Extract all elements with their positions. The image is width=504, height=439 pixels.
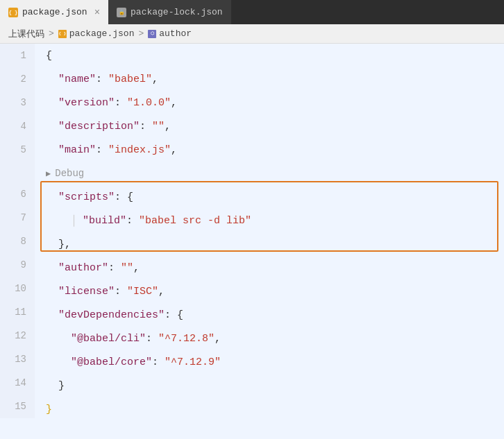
tab-label-package-lock-json: package-lock.json bbox=[131, 7, 223, 17]
code-line-5: "main" : "index.js" , bbox=[35, 138, 504, 162]
line8-close: }, bbox=[58, 239, 71, 250]
line6-key: "scripts" bbox=[58, 191, 115, 203]
line10-colon: : bbox=[115, 286, 127, 298]
line5-key: "main" bbox=[58, 144, 96, 156]
json-file-icon: { } bbox=[8, 8, 18, 17]
line3-colon: : bbox=[115, 97, 127, 109]
code-line-6: "scripts" : { bbox=[35, 185, 504, 209]
line-numbers: 1 2 3 4 5 6 7 8 9 10 11 12 13 14 15 bbox=[0, 44, 35, 418]
debug-label: Debug bbox=[55, 168, 84, 179]
line7-indent bbox=[46, 215, 71, 227]
code-line-8: }, bbox=[35, 232, 504, 256]
line4-comma: , bbox=[165, 121, 171, 132]
line10-key: "license" bbox=[58, 286, 115, 298]
line2-comma: , bbox=[152, 74, 158, 85]
code-line-11: "devDependencies" : { bbox=[35, 303, 504, 327]
code-line-9: "author" : "" , bbox=[35, 256, 504, 279]
line5-val: "index.js" bbox=[108, 144, 171, 156]
code-line-14: } bbox=[35, 374, 504, 397]
line10-val: "ISC" bbox=[127, 286, 158, 298]
line7-val: "babel src -d lib" bbox=[139, 215, 251, 227]
code-line-15: } bbox=[35, 397, 504, 421]
line7-key: "build" bbox=[83, 215, 126, 227]
line-numbers-gutter: 1 2 3 4 5 6 7 8 9 10 11 12 13 14 15 bbox=[0, 44, 35, 439]
line5-colon: : bbox=[96, 144, 108, 156]
line4-key: "description" bbox=[58, 121, 140, 132]
tab-close-button[interactable]: × bbox=[94, 7, 100, 18]
code-line-13: "@babel/core" : "^7.12.9" bbox=[35, 350, 504, 374]
line-num-8: 8 bbox=[0, 230, 35, 253]
line8-indent bbox=[46, 239, 58, 250]
tab-package-lock-json[interactable]: 🔒 package-lock.json bbox=[108, 0, 231, 24]
code-line-7: │ "build" : "babel src -d lib" bbox=[35, 209, 504, 232]
line12-key: "@babel/cli" bbox=[71, 333, 146, 345]
breadcrumb-symbol: ⬡ author bbox=[148, 28, 192, 39]
line7-colon: : bbox=[126, 215, 139, 227]
line5-comma: , bbox=[171, 144, 177, 156]
breadcrumb-sep-2: > bbox=[138, 28, 144, 39]
code-line-1: { bbox=[35, 44, 504, 67]
line9-comma: , bbox=[133, 262, 140, 274]
line15-close: } bbox=[46, 404, 52, 415]
line2-indent bbox=[46, 74, 58, 85]
line-num-debug bbox=[0, 162, 35, 182]
code-line-4: "description" : "" , bbox=[35, 114, 504, 138]
line3-key: "version" bbox=[58, 97, 115, 109]
line12-colon: : bbox=[146, 333, 158, 345]
line6-colon: : { bbox=[115, 191, 133, 203]
line1-content: { bbox=[46, 50, 52, 62]
line2-colon: : bbox=[96, 74, 108, 85]
code-line-12: "@babel/cli" : "^7.12.8" , bbox=[35, 327, 504, 350]
line12-val: "^7.12.8" bbox=[158, 333, 215, 345]
line13-key: "@babel/core" bbox=[71, 356, 152, 368]
line-num-11: 11 bbox=[0, 300, 35, 324]
line-num-3: 3 bbox=[0, 91, 35, 114]
line4-colon: : bbox=[140, 121, 152, 132]
line-num-1: 1 bbox=[0, 44, 35, 67]
line9-val: "" bbox=[121, 262, 133, 274]
line5-indent bbox=[46, 144, 58, 156]
breadcrumb-json-icon: { } bbox=[58, 30, 67, 38]
code-line-2: "name" : "babel" , bbox=[35, 67, 504, 91]
line14-indent bbox=[46, 380, 58, 392]
line13-indent bbox=[46, 356, 71, 368]
code-content[interactable]: { "name" : "babel" , "version" : "1.0.0"… bbox=[35, 44, 504, 439]
line2-key: "name" bbox=[58, 74, 96, 85]
breadcrumb: 上课代码 > { } package.json > ⬡ author bbox=[0, 24, 504, 44]
line6-indent bbox=[46, 191, 58, 203]
lock-file-icon: 🔒 bbox=[117, 8, 126, 17]
line13-val: "^7.12.9" bbox=[165, 356, 221, 368]
breadcrumb-root-label: 上课代码 bbox=[8, 28, 44, 40]
breadcrumb-root: 上课代码 bbox=[8, 28, 44, 40]
tab-package-json[interactable]: { } package.json × bbox=[0, 0, 108, 24]
code-line-10: "license" : "ISC" , bbox=[35, 279, 504, 303]
code-line-3: "version" : "1.0.0" , bbox=[35, 91, 504, 114]
line12-indent bbox=[46, 333, 71, 345]
line11-colon: : { bbox=[165, 309, 183, 321]
line-num-10: 10 bbox=[0, 277, 35, 300]
debug-line: ▶ Debug bbox=[35, 162, 504, 185]
debug-triangle-icon: ▶ bbox=[46, 169, 51, 179]
line11-indent bbox=[46, 309, 58, 321]
line10-comma: , bbox=[158, 286, 165, 298]
breadcrumb-sep-1: > bbox=[49, 28, 54, 39]
line-num-7: 7 bbox=[0, 206, 35, 230]
breadcrumb-symbol-label: author bbox=[159, 28, 192, 39]
breadcrumb-file: { } package.json bbox=[58, 28, 135, 39]
line-num-4: 4 bbox=[0, 114, 35, 138]
line3-val: "1.0.0" bbox=[127, 97, 171, 109]
line7-pipe: │ bbox=[71, 215, 77, 227]
line14-close: } bbox=[58, 380, 65, 392]
line3-comma: , bbox=[171, 97, 177, 109]
editor-container: { } package.json × 🔒 package-lock.json 上… bbox=[0, 0, 504, 439]
line-num-2: 2 bbox=[0, 67, 35, 91]
line4-val: "" bbox=[152, 121, 165, 132]
line2-val: "babel" bbox=[108, 74, 152, 85]
line13-colon: : bbox=[152, 356, 165, 368]
breadcrumb-file-label: package.json bbox=[69, 28, 135, 39]
line-num-13: 13 bbox=[0, 347, 35, 371]
breadcrumb-symbol-icon: ⬡ bbox=[148, 30, 156, 38]
line-num-12: 12 bbox=[0, 324, 35, 347]
line4-indent bbox=[46, 121, 58, 132]
line-num-6: 6 bbox=[0, 182, 35, 206]
